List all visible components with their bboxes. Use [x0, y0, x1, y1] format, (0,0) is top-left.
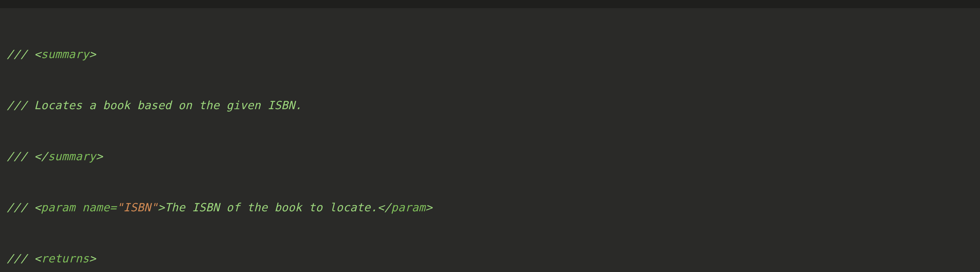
tok: >: [96, 150, 103, 163]
tok: param: [41, 201, 82, 214]
tok: "ISBN": [116, 201, 158, 214]
tok: >: [425, 201, 432, 214]
code-line[interactable]: /// <param name="ISBN">The ISBN of the b…: [6, 199, 980, 216]
tok: >: [89, 48, 96, 61]
tok: summary: [48, 150, 96, 163]
tok: summary: [41, 48, 89, 61]
code-line[interactable]: /// Locates a book based on the given IS…: [6, 97, 980, 114]
editor-top-bar: [0, 0, 980, 8]
code-editor[interactable]: /// <summary> /// Locates a book based o…: [0, 8, 980, 272]
tok: returns: [41, 252, 89, 265]
tok: param: [391, 201, 426, 214]
tok: /// <: [6, 201, 41, 214]
tok: /// </: [6, 150, 48, 163]
code-line[interactable]: /// <summary>: [6, 46, 980, 63]
tok: >: [89, 252, 96, 265]
tok: /// <: [6, 48, 41, 61]
code-line[interactable]: /// <returns>: [6, 250, 980, 267]
tok: name=: [82, 201, 116, 214]
tok: >The ISBN of the book to locate.</: [158, 201, 391, 214]
code-line[interactable]: /// </summary>: [6, 148, 980, 165]
tok: /// <: [6, 252, 41, 265]
tok: /// Locates a book based on the given IS…: [6, 99, 302, 112]
